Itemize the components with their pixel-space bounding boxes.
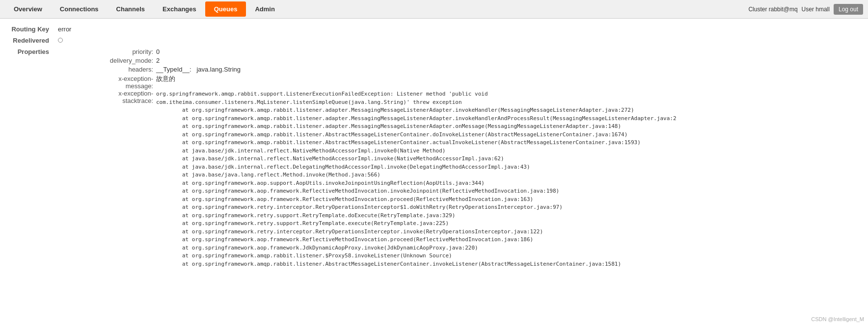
routing-key-value: error xyxy=(54,24,868,35)
redelivered-value xyxy=(54,35,868,46)
type-id-value: java.lang.String xyxy=(196,66,241,73)
x-exception-message-row: x-exception- message: 故意的 xyxy=(58,75,864,90)
headers-row: headers: __TypeId__: java.lang.String xyxy=(58,66,864,75)
nav-channels[interactable]: Channels xyxy=(108,1,154,17)
headers-label: headers: xyxy=(58,66,156,75)
routing-key-label: Routing Key xyxy=(0,24,54,35)
x-exception-stacktrace-row: x-exception- stacktrace: org.springframe… xyxy=(58,90,864,270)
priority-row: priority: 0 xyxy=(58,48,864,57)
nav-items: Overview Connections Channels Exchanges … xyxy=(5,1,284,17)
nav-queues[interactable]: Queues xyxy=(205,1,246,17)
properties-table: Routing Key error Redelivered Properties… xyxy=(0,24,868,272)
main-content: Routing Key error Redelivered Properties… xyxy=(0,19,868,276)
nav-connections[interactable]: Connections xyxy=(51,1,108,17)
priority-label: priority: xyxy=(58,48,156,57)
sub-properties: priority: 0 delivery_mode: 2 headers: __… xyxy=(58,48,864,270)
x-exception-message-label: x-exception- message: xyxy=(58,75,156,90)
delivery-mode-value: 2 xyxy=(156,57,864,66)
properties-value: priority: 0 delivery_mode: 2 headers: __… xyxy=(54,46,868,272)
routing-key-row: Routing Key error xyxy=(0,24,868,35)
headers-value: __TypeId__: java.lang.String xyxy=(156,66,864,75)
properties-label: Properties xyxy=(0,46,54,272)
delivery-mode-label: delivery_mode: xyxy=(58,57,156,66)
redelivered-circle-icon xyxy=(58,38,63,43)
delivery-mode-row: delivery_mode: 2 xyxy=(58,57,864,66)
logout-button[interactable]: Log out xyxy=(834,4,863,15)
properties-row: Properties priority: 0 delivery_mode: 2 … xyxy=(0,46,868,272)
redelivered-row: Redelivered xyxy=(0,35,868,46)
x-exception-stacktrace-value: org.springframework.amqp.rabbit.support.… xyxy=(156,90,864,270)
x-exception-message-value: 故意的 xyxy=(156,75,864,90)
top-navigation: Overview Connections Channels Exchanges … xyxy=(0,0,868,19)
nav-right-section: Cluster rabbit@mq User hmall Log out xyxy=(748,4,863,15)
nav-overview[interactable]: Overview xyxy=(5,1,51,17)
type-id-label: __TypeId__: xyxy=(156,66,191,73)
stacktrace-text: org.springframework.amqp.rabbit.support.… xyxy=(156,90,864,268)
x-exception-stacktrace-label: x-exception- stacktrace: xyxy=(58,90,156,270)
redelivered-label: Redelivered xyxy=(0,35,54,46)
priority-value: 0 xyxy=(156,48,864,57)
nav-exchanges[interactable]: Exchanges xyxy=(154,1,205,17)
cluster-label: Cluster rabbit@mq xyxy=(748,6,797,13)
nav-admin[interactable]: Admin xyxy=(246,1,283,17)
user-label: User hmall xyxy=(802,6,830,13)
